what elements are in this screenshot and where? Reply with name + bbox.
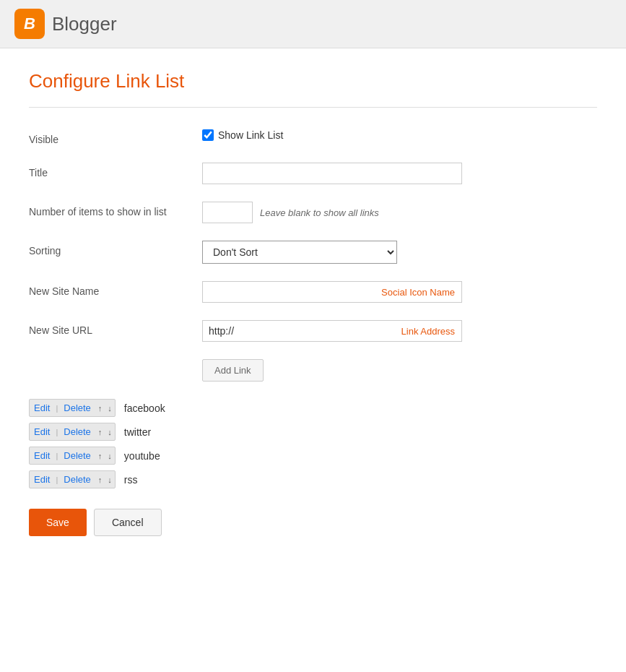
down-twitter-button[interactable]: ↓ [105, 425, 115, 439]
up-youtube-button[interactable]: ↑ [95, 449, 105, 463]
new-site-name-input[interactable] [202, 281, 462, 303]
delete-youtube-button[interactable]: Delete [59, 447, 95, 464]
num-items-row: Number of items to show in list Leave bl… [29, 202, 597, 223]
link-list: Edit | Delete ↑ ↓ facebook Edit | Delete… [29, 399, 597, 488]
separator: | [54, 475, 59, 484]
delete-facebook-button[interactable]: Delete [59, 400, 95, 416]
delete-rss-button[interactable]: Delete [59, 471, 95, 488]
up-rss-button[interactable]: ↑ [95, 473, 105, 487]
save-button[interactable]: Save [29, 509, 87, 536]
link-name-rss: rss [124, 474, 138, 486]
link-name-facebook: facebook [124, 402, 165, 414]
sorting-select[interactable]: Don't Sort Alphabetical Reverse Alphabet… [202, 241, 397, 264]
show-link-list-checkbox[interactable] [202, 129, 214, 141]
sorting-row: Sorting Don't Sort Alphabetical Reverse … [29, 241, 597, 264]
list-item: Edit | Delete ↑ ↓ facebook [29, 399, 597, 417]
new-site-url-input[interactable] [202, 320, 462, 342]
num-items-label: Number of items to show in list [29, 202, 188, 217]
link-actions-youtube: Edit | Delete ↑ ↓ [29, 447, 116, 465]
down-rss-button[interactable]: ↓ [105, 473, 115, 487]
show-link-list-text: Show Link List [218, 129, 283, 141]
list-item: Edit | Delete ↑ ↓ rss [29, 470, 597, 488]
title-label: Title [29, 163, 188, 178]
separator: | [54, 452, 59, 460]
up-twitter-button[interactable]: ↑ [95, 425, 105, 439]
edit-facebook-button[interactable]: Edit [30, 400, 54, 416]
num-items-control: Leave blank to show all links [202, 202, 597, 223]
sorting-label: Sorting [29, 241, 188, 257]
show-link-list-label[interactable]: Show Link List [202, 129, 283, 141]
brand-name: Blogger [52, 13, 117, 35]
link-actions-facebook: Edit | Delete ↑ ↓ [29, 399, 116, 417]
add-link-control: Add Link [202, 359, 597, 382]
section-divider [29, 107, 597, 108]
visible-label: Visible [29, 129, 188, 145]
sorting-control: Don't Sort Alphabetical Reverse Alphabet… [202, 241, 597, 264]
delete-twitter-button[interactable]: Delete [59, 423, 95, 440]
title-row: Title [29, 163, 597, 184]
edit-youtube-button[interactable]: Edit [30, 447, 54, 464]
new-site-url-control: Link Address [202, 320, 597, 342]
app-header: B Blogger [0, 0, 626, 48]
link-name-youtube: youtube [124, 450, 160, 462]
link-name-twitter: twitter [124, 426, 151, 438]
link-actions-rss: Edit | Delete ↑ ↓ [29, 470, 116, 488]
num-items-hint: Leave blank to show all links [260, 207, 379, 218]
new-site-url-row: New Site URL Link Address [29, 320, 597, 342]
site-name-input-wrap: Social Icon Name [202, 281, 462, 303]
separator: | [54, 428, 59, 436]
main-content: Configure Link List Visible Show Link Li… [0, 48, 626, 558]
list-item: Edit | Delete ↑ ↓ twitter [29, 423, 597, 441]
down-facebook-button[interactable]: ↓ [105, 401, 115, 415]
blogger-logo-icon: B [14, 9, 45, 39]
edit-twitter-button[interactable]: Edit [30, 423, 54, 440]
link-actions-twitter: Edit | Delete ↑ ↓ [29, 423, 116, 441]
new-site-name-control: Social Icon Name [202, 281, 597, 303]
page-title: Configure Link List [29, 70, 597, 92]
num-items-input[interactable] [202, 202, 253, 223]
list-item: Edit | Delete ↑ ↓ youtube [29, 447, 597, 465]
add-link-button[interactable]: Add Link [202, 359, 264, 382]
up-facebook-button[interactable]: ↑ [95, 401, 105, 415]
edit-rss-button[interactable]: Edit [30, 471, 54, 488]
new-site-url-label: New Site URL [29, 320, 188, 336]
site-url-input-wrap: Link Address [202, 320, 462, 342]
add-link-row: Add Link [29, 359, 597, 382]
footer-buttons: Save Cancel [29, 509, 597, 536]
title-input[interactable] [202, 163, 462, 184]
separator: | [54, 404, 59, 413]
new-site-name-label: New Site Name [29, 281, 188, 297]
title-control [202, 163, 597, 184]
add-link-spacer [29, 359, 188, 363]
cancel-button[interactable]: Cancel [94, 509, 162, 536]
visible-row: Visible Show Link List [29, 129, 597, 145]
visible-control: Show Link List [202, 129, 597, 141]
new-site-name-row: New Site Name Social Icon Name [29, 281, 597, 303]
down-youtube-button[interactable]: ↓ [105, 449, 115, 463]
